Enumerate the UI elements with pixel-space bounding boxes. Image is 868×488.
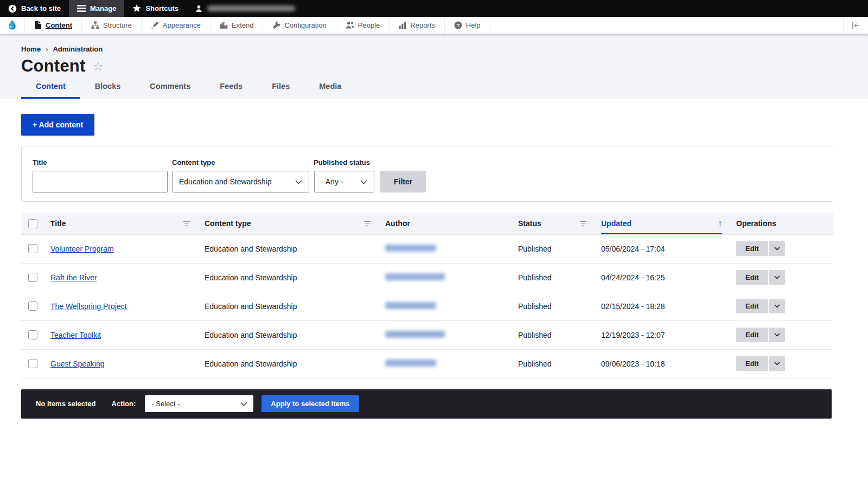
sidebar-item-reports[interactable]: Reports <box>390 17 445 34</box>
sidebar-item-people[interactable]: People <box>336 17 390 34</box>
content-title-link[interactable]: Teacher Toolkit <box>50 331 101 339</box>
svg-text:?: ? <box>456 22 459 28</box>
apply-to-selected-button[interactable]: Apply to selected items <box>261 395 359 412</box>
user-icon <box>195 4 203 13</box>
edit-dropdown-toggle[interactable] <box>769 270 785 285</box>
content-title-link[interactable]: Guest Speaking <box>50 359 105 368</box>
edit-dropdown-toggle[interactable] <box>769 241 785 256</box>
sort-lines-icon <box>363 219 371 228</box>
breadcrumb-administration-link[interactable]: Administration <box>53 45 103 53</box>
updated-cell: 02/15/2024 - 18:28 <box>601 292 736 320</box>
bulk-action-select[interactable]: - Select - <box>145 395 253 412</box>
manage-tab[interactable]: Manage <box>69 0 124 17</box>
sidebar-item-content[interactable]: Content <box>25 17 82 34</box>
sidebar-item-configuration[interactable]: Configuration <box>263 17 336 34</box>
primary-tabs: Content Blocks Comments Feeds Files Medi… <box>21 76 356 99</box>
sort-lines-icon <box>183 219 190 228</box>
table-row: Volunteer Program Education and Stewards… <box>21 234 833 263</box>
chevron-down-icon <box>774 304 780 308</box>
bulk-action-selected-value: - Select - <box>151 400 180 408</box>
content-type-select[interactable]: Education and Stewardship <box>172 171 309 192</box>
filter-button[interactable]: Filter <box>380 171 426 192</box>
edit-dropdown-toggle[interactable] <box>769 328 785 342</box>
page-header-region: Home › Administration Content ☆ Content … <box>0 34 868 99</box>
title-filter-input[interactable] <box>33 171 168 192</box>
edit-button[interactable]: Edit <box>736 299 768 313</box>
sort-ascending-arrow-icon: ↑ <box>718 219 722 228</box>
selection-count-status: No items selected <box>36 400 96 408</box>
content-title-link[interactable]: Volunteer Program <box>50 245 114 253</box>
extend-puzzle-icon <box>220 21 228 29</box>
menu-label-reports: Reports <box>410 21 435 29</box>
collapse-left-icon <box>851 22 860 29</box>
main-content: + Add content Title Content type Educati… <box>0 99 868 419</box>
drupal-logo[interactable] <box>0 17 25 34</box>
toolbar-orientation-toggle[interactable] <box>843 17 868 34</box>
row-checkbox[interactable] <box>28 330 37 339</box>
author-link-redacted[interactable] <box>385 359 436 367</box>
filter-title-group: Title <box>33 158 168 192</box>
updated-cell: 05/06/2024 - 17:04 <box>601 234 736 263</box>
chevron-down-icon <box>774 362 780 365</box>
back-to-site-button[interactable]: Back to site <box>0 0 69 17</box>
action-label: Action: <box>112 400 136 408</box>
breadcrumb-home-link[interactable]: Home <box>21 45 41 53</box>
sidebar-item-extend[interactable]: Extend <box>210 17 263 34</box>
tab-content[interactable]: Content <box>21 76 80 99</box>
user-account-menu[interactable] <box>187 0 303 17</box>
tab-feeds[interactable]: Feeds <box>205 76 257 99</box>
table-row: Guest Speaking Education and Stewardship… <box>21 349 833 378</box>
updated-cell: 09/06/2023 - 10:18 <box>601 349 736 378</box>
select-all-checkbox[interactable] <box>28 219 37 228</box>
published-status-filter-label: Published status <box>314 158 374 166</box>
table-row: The Wellspring Project Education and Ste… <box>21 292 833 320</box>
tab-blocks[interactable]: Blocks <box>80 76 136 99</box>
column-header-updated-sorted[interactable]: Updated ↑ <box>601 213 736 234</box>
content-type-cell: Education and Stewardship <box>205 263 385 292</box>
row-checkbox[interactable] <box>28 359 37 368</box>
menu-label-extend: Extend <box>232 21 253 29</box>
edit-button[interactable]: Edit <box>736 356 768 371</box>
admin-menu-bar: Content Structure Appearance Extend Conf… <box>0 17 868 34</box>
title-filter-label: Title <box>33 158 168 166</box>
status-cell: Published <box>518 349 601 378</box>
column-header-status[interactable]: Status <box>518 213 601 234</box>
people-icon <box>346 21 354 29</box>
content-title-link[interactable]: Raft the River <box>50 273 97 282</box>
sidebar-item-structure[interactable]: Structure <box>82 17 142 34</box>
sidebar-item-appearance[interactable]: Appearance <box>142 17 210 34</box>
shortcuts-tab[interactable]: Shortcuts <box>124 0 187 17</box>
tab-files[interactable]: Files <box>257 76 304 99</box>
edit-dropdown-toggle[interactable] <box>769 356 785 371</box>
content-type-cell: Education and Stewardship <box>205 320 385 349</box>
author-link-redacted[interactable] <box>385 245 436 252</box>
updated-cell: 04/24/2024 - 16:25 <box>601 263 736 292</box>
author-link-redacted[interactable] <box>385 273 445 280</box>
row-checkbox[interactable] <box>28 301 37 311</box>
published-status-select[interactable]: - Any - <box>314 171 374 192</box>
bookmark-star-icon[interactable]: ☆ <box>92 60 104 73</box>
appearance-brush-icon <box>151 21 159 29</box>
table-row: Teacher Toolkit Education and Stewardshi… <box>21 320 833 349</box>
tab-media[interactable]: Media <box>304 76 356 99</box>
admin-toolbar: Back to site Manage Shortcuts <box>0 0 868 17</box>
edit-button[interactable]: Edit <box>736 241 768 256</box>
author-link-redacted[interactable] <box>385 331 445 338</box>
row-checkbox[interactable] <box>28 273 37 282</box>
tab-comments[interactable]: Comments <box>135 76 205 99</box>
add-content-button[interactable]: + Add content <box>21 114 94 136</box>
edit-dropdown-toggle[interactable] <box>769 299 785 313</box>
sidebar-item-help[interactable]: ? Help <box>445 17 490 34</box>
manage-label: Manage <box>90 4 116 12</box>
edit-button[interactable]: Edit <box>736 270 768 285</box>
table-header-row: Title Content type Author Status <box>21 213 833 234</box>
menu-label-people: People <box>358 21 380 29</box>
content-type-cell: Education and Stewardship <box>205 292 385 320</box>
column-header-title[interactable]: Title <box>50 213 205 234</box>
author-link-redacted[interactable] <box>385 302 436 309</box>
column-header-content-type[interactable]: Content type <box>205 213 385 234</box>
structure-icon <box>91 21 99 29</box>
edit-button[interactable]: Edit <box>736 328 768 342</box>
row-checkbox[interactable] <box>28 244 37 253</box>
content-title-link[interactable]: The Wellspring Project <box>50 302 127 311</box>
